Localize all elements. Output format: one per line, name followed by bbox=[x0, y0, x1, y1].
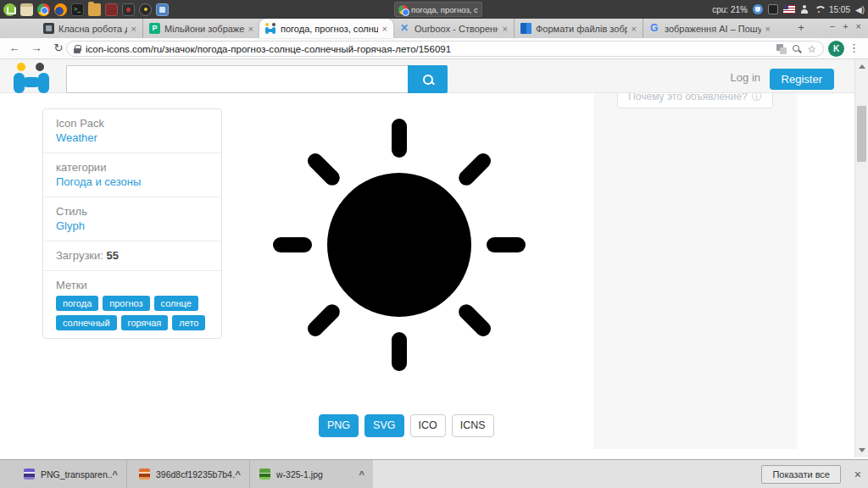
new-tab-button[interactable]: + bbox=[793, 21, 809, 36]
back-button[interactable]: ← bbox=[7, 42, 22, 54]
tag[interactable]: лето bbox=[172, 315, 205, 330]
download-icns-button[interactable]: ICNS bbox=[452, 414, 494, 437]
lock-icon[interactable] bbox=[74, 45, 81, 53]
browser-tab-bar: Класна робота для курсу "6-А × Мільйони … bbox=[0, 19, 868, 38]
logo-dot-dark bbox=[36, 63, 44, 71]
tab-close-icon[interactable]: × bbox=[503, 24, 508, 34]
terminal-icon[interactable] bbox=[71, 3, 84, 16]
zoom-page-icon[interactable] bbox=[792, 44, 802, 54]
logo-dot-yellow bbox=[17, 63, 25, 71]
chevron-up-icon[interactable]: ^ bbox=[113, 469, 118, 480]
tab-formats[interactable]: Формати файлів зображень - × bbox=[514, 19, 643, 38]
info-label: Стиль bbox=[56, 204, 209, 219]
us-flag-icon[interactable] bbox=[783, 5, 795, 14]
tab-close-icon[interactable]: × bbox=[131, 24, 136, 34]
system-tray: cpu: 21% 15:05 ◀) bbox=[712, 0, 865, 19]
tag[interactable]: солнце bbox=[154, 296, 198, 311]
download-file-name: 396d8cf19235b7b4....gif bbox=[156, 469, 236, 480]
show-all-button[interactable]: Показати все bbox=[761, 465, 841, 484]
network-icon[interactable] bbox=[814, 5, 824, 14]
tab-classroom[interactable]: Класна робота для курсу "6-А × bbox=[37, 19, 142, 38]
clock[interactable]: 15:05 bbox=[829, 5, 850, 14]
tag[interactable]: горячая bbox=[121, 315, 169, 330]
why-this-ad-label: Почему это объявление? bbox=[628, 93, 748, 103]
firefox-icon[interactable] bbox=[54, 3, 67, 16]
translate-icon[interactable] bbox=[776, 44, 787, 54]
download-item-gif[interactable]: 396d8cf19235b7b4....gif ^ bbox=[127, 460, 250, 488]
why-this-ad-button[interactable]: Почему это объявление? ⓘ bbox=[617, 93, 773, 108]
info-section-tags: Метки погода прогноз солнце солнечный го… bbox=[43, 270, 221, 338]
info-label: Icon Pack bbox=[56, 116, 209, 130]
tab-pngtree[interactable]: Мільйони зображень PNG, ф × bbox=[142, 19, 259, 38]
close-window-button[interactable]: × bbox=[856, 21, 861, 31]
user-icon[interactable] bbox=[800, 5, 809, 14]
icon-pack-link[interactable]: Weather bbox=[56, 130, 209, 145]
tags-label: Метки bbox=[56, 278, 209, 292]
search-input[interactable] bbox=[66, 65, 408, 93]
register-button[interactable]: Register bbox=[770, 69, 834, 90]
chevron-up-icon[interactable]: ^ bbox=[236, 469, 241, 480]
mint-menu-icon[interactable] bbox=[3, 3, 16, 16]
browser-menu-icon[interactable]: ⋮ bbox=[849, 42, 860, 54]
scroll-up-icon[interactable] bbox=[859, 64, 865, 69]
download-item-jpg[interactable]: w-325-1.jpg ^ bbox=[250, 460, 373, 488]
info-label: категории bbox=[56, 160, 209, 175]
download-png-button[interactable]: PNG bbox=[319, 414, 359, 437]
reload-button[interactable]: ↻ bbox=[51, 42, 66, 54]
login-link[interactable]: Log in bbox=[731, 71, 760, 84]
google-favicon-icon bbox=[649, 23, 660, 34]
tab-close-icon[interactable]: × bbox=[382, 24, 387, 34]
tab-icon-icons-active[interactable]: погода, прогноз, солнце, солн × bbox=[259, 19, 393, 38]
download-svg-button[interactable]: SVG bbox=[364, 414, 403, 437]
tab-google-search[interactable]: зображення AI – Пошук Goog × bbox=[643, 19, 776, 38]
page-content: Icon Pack Weather категории Погода и сез… bbox=[0, 93, 868, 459]
download-item-png[interactable]: PNG_transparen....png ^ bbox=[0, 460, 127, 488]
chevron-up-icon[interactable]: ^ bbox=[359, 469, 364, 480]
app-red-icon[interactable] bbox=[105, 3, 118, 16]
tab-close-icon[interactable]: × bbox=[632, 24, 637, 34]
icon-icons-logo[interactable] bbox=[12, 62, 51, 93]
tag[interactable]: солнечный bbox=[56, 315, 117, 330]
files-icon[interactable] bbox=[20, 3, 33, 16]
minimize-button[interactable]: − bbox=[830, 21, 835, 31]
tab-title: Ourboox - Створення / редагу bbox=[415, 24, 498, 34]
screenshot-app-icon[interactable] bbox=[122, 3, 135, 16]
recorder-app-icon[interactable] bbox=[139, 3, 152, 16]
profile-avatar[interactable]: K bbox=[828, 41, 844, 57]
shield-icon[interactable] bbox=[753, 4, 763, 14]
style-link[interactable]: Glyph bbox=[56, 219, 209, 233]
photos-app-icon[interactable] bbox=[156, 3, 169, 16]
tab-close-icon[interactable]: × bbox=[248, 24, 253, 34]
cpu-indicator[interactable]: cpu: 21% bbox=[712, 5, 748, 14]
address-bar[interactable]: icon-icons.com/ru/значок/погода-прогноз-… bbox=[66, 41, 824, 57]
tag[interactable]: погода bbox=[56, 296, 98, 311]
url-text[interactable]: icon-icons.com/ru/значок/погода-прогноз-… bbox=[86, 44, 771, 54]
bookmark-star-icon[interactable]: ☆ bbox=[807, 43, 816, 55]
scrollbar-thumb[interactable] bbox=[857, 106, 866, 162]
tab-title: Мільйони зображень PNG, ф bbox=[164, 24, 244, 34]
icon-icons-favicon-icon bbox=[265, 23, 276, 34]
tab-ourboox[interactable]: Ourboox - Створення / редагу × bbox=[393, 19, 514, 38]
scroll-down-icon[interactable] bbox=[859, 448, 865, 452]
tab-close-icon[interactable]: × bbox=[765, 24, 771, 34]
folder-icon[interactable] bbox=[88, 3, 101, 16]
chrome-icon[interactable] bbox=[37, 3, 50, 16]
search-button[interactable] bbox=[408, 65, 448, 93]
pngtree-favicon-icon bbox=[149, 23, 160, 34]
info-section-pack: Icon Pack Weather bbox=[43, 109, 221, 152]
system-taskbar: погода, прогноз, со... cpu: 21% 15:05 ◀) bbox=[0, 0, 868, 19]
image-file-icon bbox=[24, 469, 35, 480]
image-file-icon bbox=[259, 469, 270, 480]
logo-bar bbox=[22, 77, 41, 87]
volume-icon[interactable]: ◀) bbox=[855, 5, 865, 14]
maximize-button[interactable]: + bbox=[843, 21, 848, 31]
taskbar-window-button[interactable]: погода, прогноз, со... bbox=[394, 2, 482, 17]
page-scrollbar[interactable] bbox=[854, 59, 868, 458]
close-shelf-icon[interactable]: × bbox=[854, 466, 861, 483]
info-section-category: категории Погода и сезоны bbox=[43, 152, 221, 197]
keyboard-layout-icon[interactable] bbox=[768, 4, 778, 14]
category-link[interactable]: Погода и сезоны bbox=[56, 175, 209, 189]
forward-button[interactable]: → bbox=[29, 42, 44, 54]
download-ico-button[interactable]: ICO bbox=[410, 414, 446, 437]
tag[interactable]: прогноз bbox=[103, 296, 149, 311]
